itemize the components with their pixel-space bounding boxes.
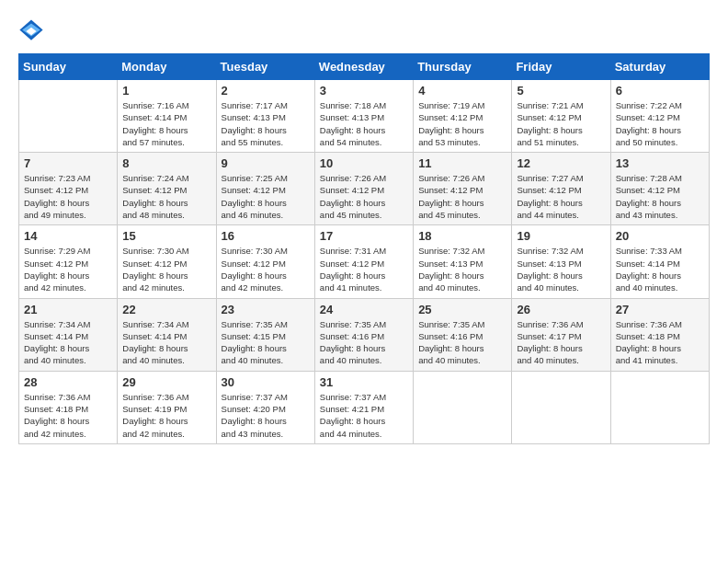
day-number: 12 — [517, 156, 605, 170]
day-info: Sunrise: 7:18 AM Sunset: 4:13 PM Dayligh… — [320, 99, 408, 148]
day-info: Sunrise: 7:30 AM Sunset: 4:12 PM Dayligh… — [122, 245, 210, 293]
calendar-cell: 18Sunrise: 7:32 AM Sunset: 4:13 PM Dayli… — [414, 225, 512, 298]
day-number: 30 — [222, 375, 310, 389]
calendar-cell: 16Sunrise: 7:30 AM Sunset: 4:12 PM Dayli… — [216, 225, 314, 298]
day-info: Sunrise: 7:23 AM Sunset: 4:12 PM Dayligh… — [24, 172, 112, 221]
day-number: 19 — [517, 229, 605, 243]
day-info: Sunrise: 7:37 AM Sunset: 4:21 PM Dayligh… — [320, 391, 408, 440]
day-number: 24 — [320, 303, 408, 316]
page-header — [18, 18, 710, 44]
calendar-cell: 25Sunrise: 7:35 AM Sunset: 4:16 PM Dayli… — [414, 298, 512, 371]
day-number: 21 — [24, 303, 112, 316]
calendar-cell: 10Sunrise: 7:26 AM Sunset: 4:12 PM Dayli… — [314, 153, 413, 225]
calendar-cell: 4Sunrise: 7:19 AM Sunset: 4:12 PM Daylig… — [414, 80, 512, 153]
calendar: SundayMondayTuesdayWednesdayThursdayFrid… — [18, 53, 710, 444]
calendar-cell: 2Sunrise: 7:17 AM Sunset: 4:13 PM Daylig… — [216, 80, 314, 153]
day-number: 3 — [320, 84, 408, 98]
calendar-cell — [610, 371, 709, 443]
day-info: Sunrise: 7:22 AM Sunset: 4:12 PM Dayligh… — [616, 99, 704, 148]
day-number: 28 — [24, 375, 112, 389]
day-info: Sunrise: 7:37 AM Sunset: 4:20 PM Dayligh… — [222, 391, 310, 440]
day-info: Sunrise: 7:35 AM Sunset: 4:16 PM Dayligh… — [418, 318, 506, 367]
calendar-cell: 12Sunrise: 7:27 AM Sunset: 4:12 PM Dayli… — [512, 153, 610, 225]
calendar-cell: 22Sunrise: 7:34 AM Sunset: 4:14 PM Dayli… — [118, 298, 216, 371]
day-number: 6 — [616, 84, 704, 98]
day-number: 15 — [122, 229, 210, 243]
day-info: Sunrise: 7:25 AM Sunset: 4:12 PM Dayligh… — [222, 172, 310, 221]
day-info: Sunrise: 7:32 AM Sunset: 4:13 PM Dayligh… — [418, 245, 506, 293]
calendar-cell: 11Sunrise: 7:26 AM Sunset: 4:12 PM Dayli… — [414, 153, 512, 225]
day-number: 1 — [122, 84, 210, 98]
calendar-header: SundayMondayTuesdayWednesdayThursdayFrid… — [19, 54, 710, 80]
day-info: Sunrise: 7:27 AM Sunset: 4:12 PM Dayligh… — [517, 172, 605, 221]
day-info: Sunrise: 7:36 AM Sunset: 4:17 PM Dayligh… — [517, 318, 605, 367]
calendar-cell — [414, 371, 512, 443]
calendar-cell: 1Sunrise: 7:16 AM Sunset: 4:14 PM Daylig… — [118, 80, 216, 153]
day-number: 29 — [122, 375, 210, 389]
day-info: Sunrise: 7:28 AM Sunset: 4:12 PM Dayligh… — [616, 172, 704, 221]
day-info: Sunrise: 7:35 AM Sunset: 4:15 PM Dayligh… — [222, 318, 310, 367]
calendar-cell: 21Sunrise: 7:34 AM Sunset: 4:14 PM Dayli… — [19, 298, 118, 371]
calendar-cell: 30Sunrise: 7:37 AM Sunset: 4:20 PM Dayli… — [216, 371, 314, 443]
calendar-cell: 9Sunrise: 7:25 AM Sunset: 4:12 PM Daylig… — [216, 153, 314, 225]
calendar-cell: 20Sunrise: 7:33 AM Sunset: 4:14 PM Dayli… — [610, 225, 709, 298]
day-info: Sunrise: 7:30 AM Sunset: 4:12 PM Dayligh… — [222, 245, 310, 293]
weekday-header: Thursday — [414, 54, 512, 80]
day-number: 8 — [122, 156, 210, 170]
calendar-cell — [19, 80, 118, 153]
day-info: Sunrise: 7:36 AM Sunset: 4:18 PM Dayligh… — [24, 391, 112, 440]
day-number: 26 — [517, 303, 605, 316]
calendar-cell: 8Sunrise: 7:24 AM Sunset: 4:12 PM Daylig… — [118, 153, 216, 225]
weekday-header: Sunday — [19, 54, 118, 80]
weekday-header: Wednesday — [314, 54, 413, 80]
logo — [18, 18, 48, 44]
calendar-cell: 7Sunrise: 7:23 AM Sunset: 4:12 PM Daylig… — [19, 153, 118, 225]
day-info: Sunrise: 7:34 AM Sunset: 4:14 PM Dayligh… — [122, 318, 210, 367]
day-info: Sunrise: 7:29 AM Sunset: 4:12 PM Dayligh… — [24, 245, 112, 293]
calendar-cell: 24Sunrise: 7:35 AM Sunset: 4:16 PM Dayli… — [314, 298, 413, 371]
day-info: Sunrise: 7:31 AM Sunset: 4:12 PM Dayligh… — [320, 245, 408, 293]
day-number: 16 — [222, 229, 310, 243]
weekday-header: Tuesday — [216, 54, 314, 80]
day-info: Sunrise: 7:33 AM Sunset: 4:14 PM Dayligh… — [616, 245, 704, 293]
day-number: 31 — [320, 375, 408, 389]
calendar-cell: 28Sunrise: 7:36 AM Sunset: 4:18 PM Dayli… — [19, 371, 118, 443]
day-info: Sunrise: 7:36 AM Sunset: 4:19 PM Dayligh… — [122, 391, 210, 440]
calendar-cell: 14Sunrise: 7:29 AM Sunset: 4:12 PM Dayli… — [19, 225, 118, 298]
day-info: Sunrise: 7:32 AM Sunset: 4:13 PM Dayligh… — [517, 245, 605, 293]
calendar-cell: 13Sunrise: 7:28 AM Sunset: 4:12 PM Dayli… — [610, 153, 709, 225]
day-number: 17 — [320, 229, 408, 243]
calendar-cell — [512, 371, 610, 443]
day-number: 25 — [418, 303, 506, 316]
day-number: 11 — [418, 156, 506, 170]
day-number: 2 — [222, 84, 310, 98]
day-number: 18 — [418, 229, 506, 243]
day-info: Sunrise: 7:21 AM Sunset: 4:12 PM Dayligh… — [517, 99, 605, 148]
calendar-cell: 15Sunrise: 7:30 AM Sunset: 4:12 PM Dayli… — [118, 225, 216, 298]
day-info: Sunrise: 7:19 AM Sunset: 4:12 PM Dayligh… — [418, 99, 506, 148]
day-number: 20 — [616, 229, 704, 243]
day-number: 7 — [24, 156, 112, 170]
day-info: Sunrise: 7:24 AM Sunset: 4:12 PM Dayligh… — [122, 172, 210, 221]
day-info: Sunrise: 7:26 AM Sunset: 4:12 PM Dayligh… — [320, 172, 408, 221]
day-number: 9 — [222, 156, 310, 170]
day-number: 13 — [616, 156, 704, 170]
calendar-cell: 31Sunrise: 7:37 AM Sunset: 4:21 PM Dayli… — [314, 371, 413, 443]
day-info: Sunrise: 7:35 AM Sunset: 4:16 PM Dayligh… — [320, 318, 408, 367]
day-info: Sunrise: 7:36 AM Sunset: 4:18 PM Dayligh… — [616, 318, 704, 367]
day-number: 27 — [616, 303, 704, 316]
calendar-cell: 5Sunrise: 7:21 AM Sunset: 4:12 PM Daylig… — [512, 80, 610, 153]
day-number: 10 — [320, 156, 408, 170]
day-number: 5 — [517, 84, 605, 98]
calendar-cell: 17Sunrise: 7:31 AM Sunset: 4:12 PM Dayli… — [314, 225, 413, 298]
calendar-cell: 23Sunrise: 7:35 AM Sunset: 4:15 PM Dayli… — [216, 298, 314, 371]
day-info: Sunrise: 7:17 AM Sunset: 4:13 PM Dayligh… — [222, 99, 310, 148]
day-number: 22 — [122, 303, 210, 316]
weekday-header: Friday — [512, 54, 610, 80]
calendar-cell: 19Sunrise: 7:32 AM Sunset: 4:13 PM Dayli… — [512, 225, 610, 298]
calendar-cell: 6Sunrise: 7:22 AM Sunset: 4:12 PM Daylig… — [610, 80, 709, 153]
calendar-cell: 26Sunrise: 7:36 AM Sunset: 4:17 PM Dayli… — [512, 298, 610, 371]
day-number: 14 — [24, 229, 112, 243]
day-info: Sunrise: 7:16 AM Sunset: 4:14 PM Dayligh… — [122, 99, 210, 148]
calendar-cell: 3Sunrise: 7:18 AM Sunset: 4:13 PM Daylig… — [314, 80, 413, 153]
